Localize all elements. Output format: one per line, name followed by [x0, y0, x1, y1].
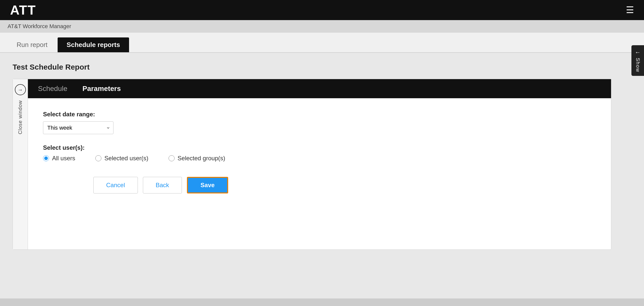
date-range-group: Select date range: This week Last week T…: [43, 111, 596, 134]
date-range-label: Select date range:: [43, 111, 596, 118]
tab-parameters[interactable]: Parameters: [83, 85, 121, 93]
close-window-bar: → Close window: [13, 79, 28, 249]
radio-all-users-input[interactable]: [43, 155, 49, 161]
close-window-label[interactable]: Close window: [17, 100, 23, 134]
app-logo: ATT: [10, 3, 36, 18]
cancel-button[interactable]: Cancel: [93, 177, 138, 193]
tab-schedule-reports[interactable]: Schedule reports: [58, 37, 129, 52]
radio-selected-groups-input[interactable]: [169, 155, 175, 161]
tab-schedule[interactable]: Schedule: [38, 85, 67, 93]
select-users-group: Select user(s): All users Selected user(…: [43, 144, 596, 162]
radio-selected-users[interactable]: Selected user(s): [95, 155, 148, 162]
date-range-select[interactable]: This week Last week This month Last mont…: [43, 121, 113, 134]
show-panel-arrow-icon: ←: [635, 49, 641, 56]
page-content: Test Schedule Report → Close window Sche…: [0, 53, 644, 260]
radio-all-users[interactable]: All users: [43, 155, 75, 162]
radio-selected-groups[interactable]: Selected group(s): [169, 155, 225, 162]
save-button[interactable]: Save: [187, 177, 228, 193]
sub-header: AT&T Workforce Manager: [0, 20, 644, 33]
tabs-bar: Run report Schedule reports: [0, 33, 644, 53]
select-users-label: Select user(s):: [43, 144, 596, 151]
radio-all-users-label: All users: [52, 155, 75, 162]
main-panel: → Close window Schedule Parameters Selec…: [13, 79, 611, 250]
bottom-bar: [0, 298, 644, 306]
show-panel-label: Show: [635, 58, 641, 72]
radio-selected-users-label: Selected user(s): [104, 155, 148, 162]
show-panel[interactable]: ← Show: [631, 45, 644, 76]
menu-icon[interactable]: ☰: [626, 5, 634, 15]
page-title: Test Schedule Report: [13, 63, 631, 71]
back-button[interactable]: Back: [143, 177, 182, 193]
close-window-arrow-icon[interactable]: →: [15, 84, 26, 95]
tab-run-report[interactable]: Run report: [8, 37, 57, 52]
panel-body: Select date range: This week Last week T…: [28, 98, 611, 249]
top-nav-bar: ATT ☰: [0, 0, 644, 20]
radio-group-users: All users Selected user(s) Selected grou…: [43, 155, 596, 162]
radio-selected-users-input[interactable]: [95, 155, 101, 161]
app-subtitle: AT&T Workforce Manager: [8, 23, 71, 30]
panel-content: Schedule Parameters Select date range: T…: [28, 79, 611, 249]
panel-header: Schedule Parameters: [28, 79, 611, 98]
radio-selected-groups-label: Selected group(s): [178, 155, 225, 162]
action-buttons: Cancel Back Save: [43, 177, 596, 193]
